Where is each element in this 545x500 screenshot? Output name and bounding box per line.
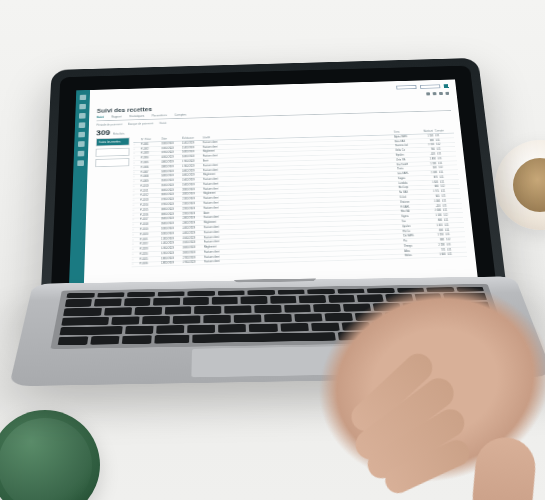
recettes-table: N° PièceDateÉchéanceLibelléTiersMontantC… — [131, 128, 469, 282]
link-icon[interactable] — [78, 141, 85, 147]
doc-icon[interactable] — [79, 104, 86, 110]
subbar-item[interactable]: Période de paiement — [96, 123, 122, 127]
column-header[interactable]: Montant — [418, 129, 433, 133]
meta-icon[interactable] — [433, 92, 437, 95]
trackpad — [191, 346, 373, 378]
tab-rapport[interactable]: Rapport — [111, 115, 122, 118]
chart-icon[interactable] — [79, 113, 86, 119]
column-header[interactable]: N° Pièce — [141, 137, 160, 141]
meta-icon[interactable] — [439, 92, 443, 95]
laptop: Suivi des recettes SuiviRapportStatistiq… — [40, 8, 510, 488]
tab-paramètres[interactable]: Paramètres — [152, 114, 167, 118]
meta-icon[interactable] — [426, 92, 430, 95]
laptop-base — [9, 276, 545, 386]
column-header[interactable]: Compte — [435, 129, 454, 133]
top-filter-1[interactable] — [396, 85, 416, 89]
tab-comptes[interactable]: Comptes — [174, 113, 186, 116]
column-header[interactable]: Tiers — [394, 130, 417, 134]
result-count-label: Résultats — [113, 132, 125, 135]
app-screen: Suivi des recettes SuiviRapportStatistiq… — [69, 79, 479, 297]
result-count: 309 — [96, 129, 110, 137]
help-icon[interactable] — [78, 151, 85, 157]
keyboard — [50, 284, 507, 349]
tab-statistiques[interactable]: Statistiques — [129, 114, 144, 118]
filter-box[interactable] — [95, 148, 129, 157]
top-filter-2[interactable] — [420, 84, 440, 88]
column-header[interactable]: Échéance — [182, 136, 201, 140]
home-icon[interactable] — [80, 95, 87, 101]
subbar-item[interactable]: Banque de paiement — [128, 122, 154, 126]
subbar-item[interactable]: Statut — [159, 122, 166, 125]
users-icon[interactable] — [79, 122, 86, 128]
filter-box-selected[interactable]: Toutes les recettes — [96, 137, 130, 146]
search-button[interactable] — [444, 84, 449, 88]
lid-notch — [234, 278, 316, 282]
column-header[interactable] — [133, 138, 139, 141]
filter-box[interactable] — [95, 158, 129, 167]
filter-panel: Toutes les recettes — [92, 137, 130, 283]
tab-suivi[interactable]: Suivi — [97, 116, 104, 119]
column-header[interactable]: Date — [161, 137, 180, 141]
meta-icon[interactable] — [445, 92, 449, 95]
logout-icon[interactable] — [77, 160, 84, 166]
gear-icon[interactable] — [78, 132, 85, 138]
